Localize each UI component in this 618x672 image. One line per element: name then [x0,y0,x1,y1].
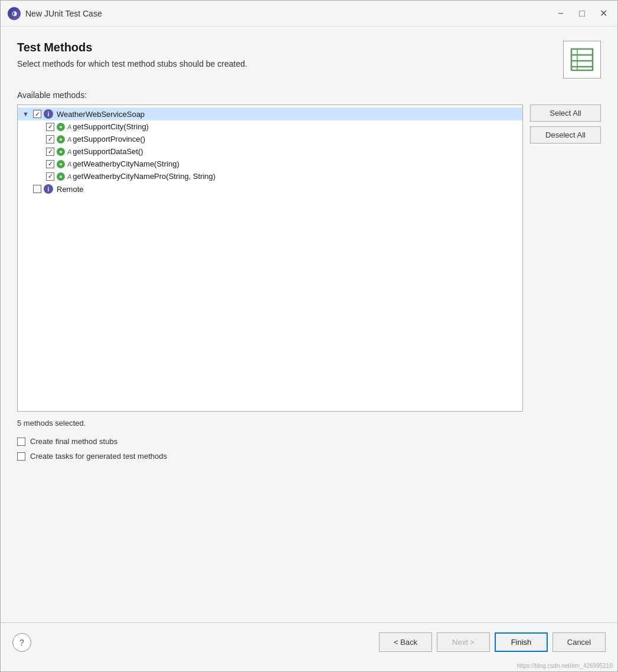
select-all-button[interactable]: Select All [530,105,601,122]
back-button[interactable]: < Back [379,632,432,652]
window-controls: − □ ✕ [554,6,610,21]
root-info-icon: i [44,109,53,119]
footer-right: < Back Next > Finish Cancel [379,632,606,652]
method-icon-5: ● [57,172,65,181]
deselect-all-button[interactable]: Deselect All [530,126,601,143]
remote-label: Remote [57,185,84,194]
section-label: Available methods: [17,90,601,100]
content-area: Test Methods Select methods for which te… [1,27,617,544]
window-title: New JUnit Test Case [25,9,102,18]
tree-item-2[interactable]: ● A getSupportProvince() [41,133,522,145]
header-section: Test Methods Select methods for which te… [17,41,601,79]
option1-label: Create final method stubs [30,437,117,446]
methods-tree[interactable]: ▼ i WeatherWebServiceSoap ● A getSupport… [17,105,523,412]
expand-arrow: ▼ [22,110,32,118]
remote-checkbox[interactable] [33,185,41,193]
help-button[interactable]: ? [12,633,31,652]
item2-checkbox[interactable] [46,135,54,143]
tree-children: ● A getSupportCity(String) ● A getSuppor… [41,120,522,182]
junit-icon-svg [569,47,595,73]
option2-checkbox[interactable] [17,452,25,461]
method-icon-1: ● [57,123,65,131]
close-button[interactable]: ✕ [596,6,610,21]
status-text: 5 methods selected. [17,419,601,428]
item5-checkbox[interactable] [46,172,54,181]
tree-root-item[interactable]: ▼ i WeatherWebServiceSoap [18,107,522,120]
page-subtitle: Select methods for which test method stu… [17,59,247,68]
root-checkbox[interactable] [33,110,41,118]
junit-icon [563,41,601,79]
title-bar-left: ◑ New JUnit Test Case [8,7,102,20]
next-button[interactable]: Next > [437,632,490,652]
method-a-5: A [67,173,71,180]
method-a-1: A [67,123,71,131]
method-icon-3: ● [57,148,65,156]
window-icon: ◑ [8,7,21,20]
page-title: Test Methods [17,41,247,54]
minimize-button[interactable]: − [554,6,568,21]
item4-checkbox[interactable] [46,160,54,168]
item2-label: getSupportProvince() [73,135,145,143]
method-icon-2: ● [57,135,65,143]
main-window: ◑ New JUnit Test Case − □ ✕ Test Methods… [0,0,618,672]
title-bar: ◑ New JUnit Test Case − □ ✕ [1,1,617,27]
option2-label: Create tasks for generated test methods [30,452,167,461]
root-label: WeatherWebServiceSoap [57,110,145,119]
item3-checkbox[interactable] [46,148,54,156]
option-2[interactable]: Create tasks for generated test methods [17,452,601,461]
maximize-button[interactable]: □ [575,6,589,21]
item4-label: getWeatherbyCityName(String) [73,159,179,168]
footer-left: ? [12,633,31,652]
footer: ? < Back Next > Finish Cancel [1,623,617,661]
tree-item-3[interactable]: ● A getSupportDataSet() [41,145,522,158]
option-1[interactable]: Create final method stubs [17,437,601,446]
header-left: Test Methods Select methods for which te… [17,41,247,68]
methods-container: ▼ i WeatherWebServiceSoap ● A getSupport… [17,105,601,412]
method-a-2: A [67,136,71,143]
tree-item-5[interactable]: ● A getWeatherbyCityNamePro(String, Stri… [41,170,522,182]
item1-checkbox[interactable] [46,123,54,131]
tree-item-1[interactable]: ● A getSupportCity(String) [41,120,522,133]
method-a-3: A [67,148,71,155]
item5-label: getWeatherbyCityNamePro(String, String) [73,172,215,181]
option1-checkbox[interactable] [17,438,25,446]
finish-button[interactable]: Finish [495,632,548,652]
tree-remote-item[interactable]: ▼ i Remote [18,182,522,195]
watermark: https://blog.csdn.net/ern_426995210 [1,661,617,671]
method-a-4: A [67,161,71,168]
cancel-button[interactable]: Cancel [552,632,606,652]
item1-label: getSupportCity(String) [73,122,149,131]
remote-arrow: ▼ [22,185,32,193]
method-icon-4: ● [57,160,65,168]
remote-info-icon: i [44,184,53,194]
item3-label: getSupportDataSet() [73,147,143,156]
tree-item-4[interactable]: ● A getWeatherbyCityName(String) [41,158,522,170]
buttons-panel: Select All Deselect All [530,105,601,143]
